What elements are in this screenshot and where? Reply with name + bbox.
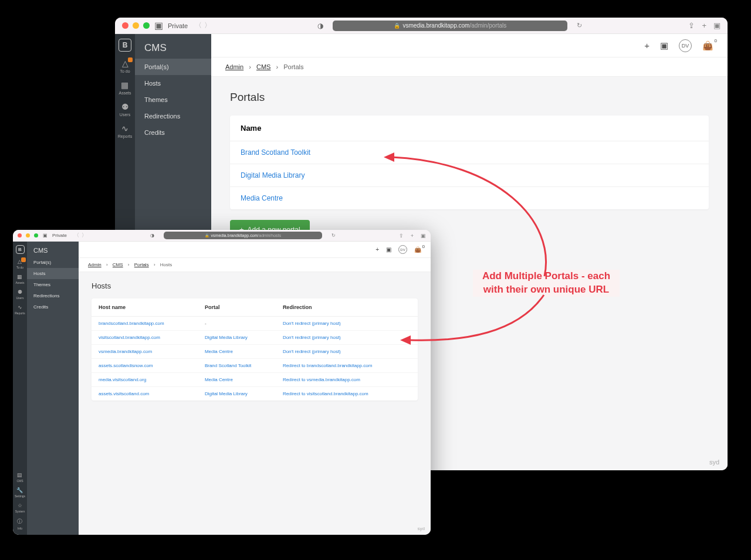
host-link[interactable]: brandscotland.brandkitapp.com [99, 321, 205, 326]
users-icon: ⚉ [121, 102, 129, 111]
host-link[interactable]: vsmedia.brandkitapp.com [99, 349, 205, 354]
minimize-icon[interactable] [133, 22, 139, 29]
redirection-link[interactable]: Don't redirect (primary host) [283, 321, 411, 326]
avatar-circle[interactable]: DV [398, 245, 407, 254]
url-bar[interactable]: 🔒 vsmedia.brandkitapp.com/admin/portals [333, 21, 567, 31]
sidebar-item-redirections[interactable]: Redirections [27, 290, 79, 301]
close-icon[interactable] [122, 22, 128, 29]
rail-item-assets[interactable]: ▦ Assets [119, 80, 131, 95]
shield-icon[interactable]: ◑ [150, 233, 154, 238]
breadcrumb-admin[interactable]: Admin [225, 63, 243, 70]
close-icon[interactable] [18, 233, 22, 237]
table-row: Brand Scotland Toolkit [230, 141, 709, 164]
share-icon[interactable]: ⇪ [688, 21, 695, 30]
bag-icon[interactable]: 👜0 [414, 246, 421, 253]
portal-link[interactable]: Brand Scotland Toolkit [241, 148, 310, 157]
sidebar-item-hosts[interactable]: Hosts [135, 75, 211, 91]
portal-link[interactable]: Digital Media Library [205, 335, 283, 340]
portal-link[interactable]: Media Centre [205, 377, 283, 382]
rail-item-cms[interactable]: ▤ CMS [15, 472, 25, 483]
redirection-link[interactable]: Don't redirect (primary host) [283, 349, 411, 354]
rail-item-info[interactable]: ⓘ Info [15, 518, 25, 530]
sidebar-toggle-icon[interactable]: ▣ [43, 233, 48, 238]
maximize-icon[interactable] [34, 233, 38, 237]
redirection-link[interactable]: Don't redirect (primary host) [283, 335, 411, 340]
sidebar-item-themes[interactable]: Themes [27, 279, 79, 290]
bag-icon[interactable]: 👜0 [702, 40, 713, 51]
breadcrumb: Admin › CMS › Portals › Hosts [79, 258, 431, 272]
breadcrumb-admin[interactable]: Admin [88, 262, 102, 267]
new-tab-icon[interactable]: + [702, 21, 706, 30]
portal-link[interactable]: Media Centre [205, 349, 283, 354]
redirection-link[interactable]: Redirect to visitscotland.brandkitapp.co… [283, 391, 411, 396]
breadcrumb-cms[interactable]: CMS [113, 262, 123, 267]
sidebar-item-themes[interactable]: Themes [135, 91, 211, 108]
host-link[interactable]: visitscotland.brandkitapp.com [99, 335, 205, 340]
sidebar-item-portals[interactable]: Portal(s) [27, 257, 79, 268]
notification-badge [21, 257, 26, 262]
forward-arrow-icon[interactable]: 〉 [204, 21, 211, 30]
portal-link[interactable]: Digital Media Library [241, 171, 305, 179]
sidebar-item-credits[interactable]: Credits [135, 124, 211, 141]
footer-tag: syd [418, 526, 425, 531]
url-text: vsmedia.brandkitapp.com/admin/hosts [211, 233, 281, 237]
avatar-circle[interactable]: DV [679, 39, 692, 52]
minimize-icon[interactable] [26, 233, 30, 237]
rail-item-users[interactable]: ⚉ Users [16, 289, 23, 300]
rail-item-assets[interactable]: ▦ Assets [15, 274, 24, 284]
portal-link[interactable]: Media Centre [241, 194, 283, 202]
lock-icon: 🔒 [205, 233, 209, 237]
star-icon: ☆ [18, 503, 22, 508]
rail-item-settings[interactable]: 🔧 Settings [15, 487, 25, 498]
rail-item-todo[interactable]: △ To do [120, 59, 130, 73]
tabs-icon[interactable]: ▣ [713, 21, 720, 30]
grid-icon: ▦ [17, 274, 22, 280]
rail-item-reports[interactable]: ∿ Reports [15, 304, 25, 315]
app-logo-icon[interactable]: B [16, 245, 25, 254]
rail-item-reports[interactable]: ∿ Reports [118, 124, 133, 138]
rail-item-users[interactable]: ⚉ Users [120, 102, 130, 117]
sidebar-toggle-icon[interactable]: ▣ [154, 20, 163, 31]
refresh-icon[interactable]: ↻ [577, 22, 582, 29]
tabs-icon[interactable]: ▣ [421, 233, 426, 239]
redirection-link[interactable]: Redirect to brandscotland.brandkitapp.co… [283, 363, 411, 368]
table-row: assets.visitscotland.com Digital Media L… [92, 387, 418, 401]
left-rail: B △ To do ▦ Assets ⚉ Users ∿ Reports ▤ [13, 242, 27, 535]
wrench-icon: 🔧 [16, 487, 23, 493]
plus-icon[interactable]: + [644, 40, 649, 50]
archive-icon[interactable]: ▣ [386, 246, 391, 253]
portal-link[interactable]: Digital Media Library [205, 391, 283, 396]
traffic-lights[interactable] [122, 22, 150, 29]
redirection-link[interactable]: Redirect to vsmedia.brandkitapp.com [283, 377, 411, 382]
breadcrumb-portals[interactable]: Portals [134, 262, 149, 267]
sidebar-item-credits[interactable]: Credits [27, 301, 79, 313]
portal-link[interactable]: Brand Scotland Toolkit [205, 363, 283, 368]
url-text: vsmedia.brandkitapp.com/admin/portals [402, 22, 506, 29]
host-link[interactable]: assets.scotlandisnow.com [99, 363, 205, 368]
info-icon: ⓘ [17, 518, 22, 525]
forward-arrow-icon[interactable]: 〉 [82, 232, 87, 239]
url-bar[interactable]: 🔒 vsmedia.brandkitapp.com/admin/hosts [164, 232, 322, 239]
table-row: visitscotland.brandkitapp.com Digital Me… [92, 331, 418, 345]
archive-icon[interactable]: ▣ [660, 40, 668, 51]
sidebar-item-hosts[interactable]: Hosts [27, 268, 79, 279]
back-arrow-icon[interactable]: 〈 [74, 232, 79, 239]
plus-icon[interactable]: + [376, 246, 379, 253]
sidebar-title: CMS [135, 34, 211, 59]
shield-icon[interactable]: ◑ [317, 22, 323, 30]
host-link[interactable]: assets.visitscotland.com [99, 391, 205, 396]
back-arrow-icon[interactable]: 〈 [195, 21, 202, 30]
sidebar-item-redirections[interactable]: Redirections [135, 108, 211, 124]
sidebar-item-portals[interactable]: Portal(s) [135, 59, 211, 75]
hosts-table: Host name Portal Redirection brandscotla… [92, 298, 418, 401]
breadcrumb-cms[interactable]: CMS [256, 63, 270, 70]
app-logo-icon[interactable]: B [119, 39, 131, 52]
share-icon[interactable]: ⇪ [399, 233, 404, 239]
rail-item-system[interactable]: ☆ System [15, 503, 25, 513]
traffic-lights[interactable] [18, 233, 38, 237]
maximize-icon[interactable] [143, 22, 150, 29]
new-tab-icon[interactable]: + [411, 233, 414, 239]
rail-item-todo[interactable]: △ To do [16, 259, 23, 269]
host-link[interactable]: media.visitscotland.org [99, 377, 205, 382]
refresh-icon[interactable]: ↻ [331, 233, 336, 238]
